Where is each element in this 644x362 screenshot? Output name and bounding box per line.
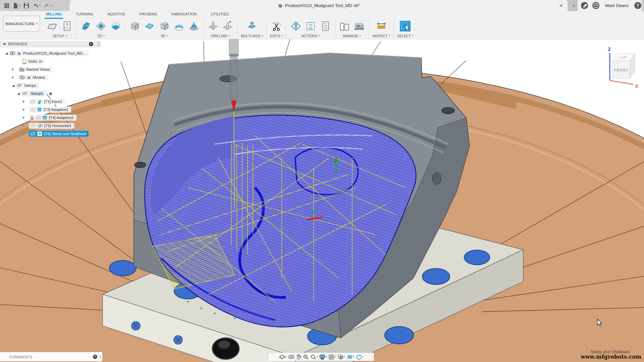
morphed-spiral-icon[interactable] [173,20,185,32]
inspect-group-dropdown[interactable]: INSPECT▾ [372,34,390,38]
browser-panel: ◀◀ BROWSER − Product#0110_Mudguard Tool_… [0,41,101,138]
notifications-clock-icon[interactable] [592,2,599,9]
machine-library-icon[interactable] [353,20,365,32]
2d-pocket-icon[interactable] [95,20,107,32]
tab-turning[interactable]: TURNING [74,12,95,19]
pocket-clearing-icon[interactable] [144,20,156,32]
tree-row-setup1[interactable]: Setup1 ◉ [0,89,101,98]
op-adaptive-icon [43,115,47,120]
job-status-icon[interactable] [581,2,588,9]
edits-group-dropdown[interactable]: EDITS▾ [270,34,283,38]
tree-row[interactable]: Setups [0,81,101,89]
eye-off-icon[interactable] [30,108,36,112]
undo-caret[interactable]: ▾ [39,4,41,7]
tree-row-selected[interactable]: [T6] Steep and Shallow4 [0,130,101,138]
new-setup-icon[interactable] [46,20,58,32]
tab-additive[interactable]: ADDITIVE [106,12,127,19]
eye-icon[interactable] [19,75,25,79]
tree-row[interactable]: Product#0110_Mudguard Tool_MD... [0,49,101,57]
fit-icon[interactable]: ▾ [310,354,318,360]
redo-button[interactable]: ▾ [44,3,52,8]
expand-icon[interactable] [12,84,14,87]
grid-snaps-icon[interactable]: ▾ [329,354,336,360]
face-icon[interactable] [80,20,92,32]
app-grid-icon[interactable] [4,3,9,8]
active-setup-radio-icon[interactable]: ◉ [49,91,52,96]
2d-group-dropdown[interactable]: 2D▾ [98,34,105,38]
zoom-icon[interactable] [303,354,309,360]
look-at-icon[interactable] [288,354,294,359]
close-tab-icon[interactable]: ✕ [558,2,564,9]
window-select-icon[interactable] [399,20,411,32]
expand-icon[interactable] [17,93,20,95]
tab-probing[interactable]: PROBING [138,12,159,19]
display-settings-icon[interactable]: ▾ [319,354,327,360]
redo-caret[interactable]: ▾ [51,4,52,7]
tree-row[interactable]: [T3] Adaptive1 [0,106,101,114]
panel-grip[interactable] [98,42,99,46]
2d-contour-icon[interactable] [110,20,122,32]
tab-utilities[interactable]: UTILITIES [209,12,230,19]
collapse-icon[interactable] [23,132,25,135]
spiral-icon[interactable] [188,20,200,32]
tree-row[interactable]: Units: in [0,57,101,65]
select-group-dropdown[interactable]: SELECT▾ [397,34,413,38]
tree-row[interactable]: [T4] Adaptive2 [0,114,101,122]
trim-toolpath-icon[interactable] [270,20,282,32]
expand-icon[interactable] [5,52,8,55]
viewports-icon[interactable]: ▾ [338,354,345,360]
undo-button[interactable]: ▾ [33,3,41,8]
actions-group-dropdown[interactable]: ACTIONS▾ [302,34,320,38]
tree-row[interactable]: Models [0,73,101,81]
collapse-icon[interactable] [23,100,25,103]
comments-add-icon[interactable]: + [93,355,97,359]
eye-off-icon[interactable] [30,100,36,104]
user-account-button[interactable]: Marti Deans [604,3,630,8]
setup-sheet-icon[interactable] [319,20,331,32]
comments-bar[interactable]: COMMENTS + [0,352,102,361]
tab-milling[interactable]: MILLING [45,12,63,19]
3d-group-dropdown[interactable]: 3D▾ [161,34,168,38]
collapse-icon[interactable] [12,76,14,79]
browser-header[interactable]: ◀◀ BROWSER − [0,41,101,47]
collapse-panel-icon[interactable]: ◀◀ [3,43,5,45]
browser-remove-icon[interactable]: − [89,42,93,46]
measure-icon[interactable] [375,20,387,32]
post-process-icon[interactable]: G1G2 [305,20,317,32]
tree-row[interactable]: Named Views [0,65,101,73]
setup-group-dropdown[interactable]: SETUP▾ [53,34,67,38]
nc-program-icon[interactable]: G [61,20,73,32]
tree-row[interactable]: [T3] Horizontal1 [0,122,101,130]
simulate-icon[interactable] [290,20,302,32]
file-menu-button[interactable]: ▾ [13,3,20,9]
adaptive-clearing-icon[interactable] [129,20,141,32]
refresh-icon[interactable]: ▾ [356,354,363,360]
document-tab[interactable]: Product#0110_Mudguard Tool_MD v8* ✕ [70,0,568,11]
eye-off-icon[interactable] [30,124,36,128]
comments-grip[interactable] [100,355,101,359]
eye-off-icon[interactable] [36,116,41,120]
collapse-icon[interactable] [23,108,25,111]
thread-icon[interactable] [222,20,234,32]
collapse-icon[interactable] [12,68,14,71]
eye-icon[interactable] [10,51,15,55]
help-icon[interactable]: ? [634,2,641,9]
toolpath-display-icon[interactable]: ▾ [347,355,354,359]
tool-library-icon[interactable] [338,20,351,32]
multi-axis-group-dropdown[interactable]: MULTI-AXIS▾ [241,34,263,38]
multi-axis-contour-icon[interactable] [246,20,258,32]
drilling-group-dropdown[interactable]: DRILLING▾ [211,34,230,38]
orbit-icon[interactable]: ▾ [279,354,287,360]
collapse-icon[interactable] [23,116,25,119]
drill-icon[interactable] [207,20,219,32]
flow-icon[interactable] [158,20,170,32]
manage-group-dropdown[interactable]: MANAGE▾ [343,34,361,38]
collapse-icon[interactable] [23,124,25,127]
workspace-selector[interactable]: MANUFACTURE▾ [3,16,40,32]
pan-icon[interactable] [296,354,301,360]
tab-fabrication[interactable]: FABRICATION [170,12,198,19]
save-button[interactable] [23,3,29,8]
tree-row[interactable]: [T1] Face1 [0,98,101,106]
eye-off-icon[interactable] [30,132,36,136]
svg-text:G: G [66,22,69,26]
